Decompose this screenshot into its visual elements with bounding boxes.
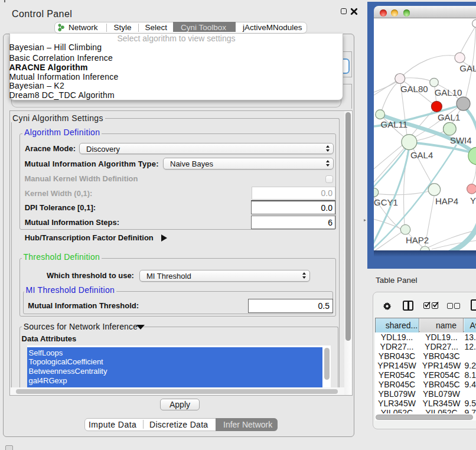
svg-text:GAL11: GAL11 bbox=[381, 119, 408, 129]
svg-text:HAP2: HAP2 bbox=[406, 235, 429, 245]
svg-text:GAL80: GAL80 bbox=[400, 84, 428, 94]
svg-text:GCY1: GCY1 bbox=[374, 197, 398, 207]
svg-text:GAL4: GAL4 bbox=[410, 150, 433, 160]
svg-text:GAL1: GAL1 bbox=[438, 112, 460, 122]
svg-text:GAL10: GAL10 bbox=[435, 87, 462, 97]
svg-text:Y: Y bbox=[470, 195, 476, 206]
svg-text:GAL2: GAL2 bbox=[459, 63, 476, 73]
svg-text:HAP4: HAP4 bbox=[435, 196, 458, 206]
svg-text:SWI4: SWI4 bbox=[450, 135, 472, 145]
